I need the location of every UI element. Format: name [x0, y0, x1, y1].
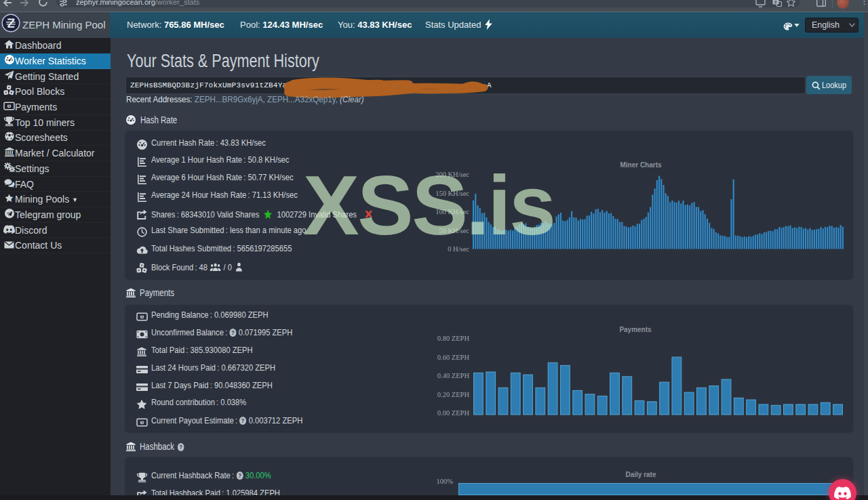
svg-text:?: ?	[238, 472, 241, 479]
svg-text:$: $	[8, 104, 10, 108]
svg-text:?: ?	[180, 444, 182, 451]
